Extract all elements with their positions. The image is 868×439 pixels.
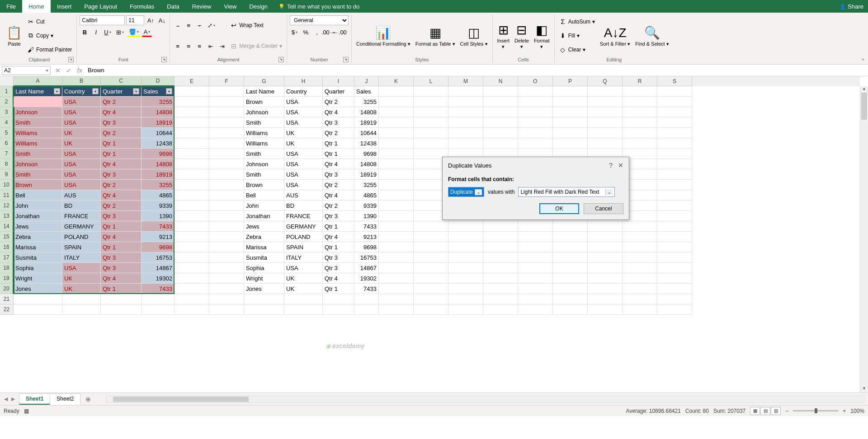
cell[interactable] (101, 304, 142, 315)
cell[interactable] (379, 273, 414, 284)
bold-icon[interactable]: B (80, 27, 90, 37)
cell[interactable] (657, 263, 692, 273)
cell[interactable] (483, 117, 518, 128)
sheet-nav-next-icon[interactable]: ▶ (10, 396, 16, 402)
wrap-text-button[interactable]: ↩Wrap Text (228, 21, 284, 30)
cell[interactable] (588, 294, 623, 304)
cell[interactable] (623, 86, 657, 97)
table-cell[interactable]: USA (62, 97, 101, 107)
col-header-F[interactable]: F (209, 76, 244, 86)
cell[interactable] (379, 128, 414, 138)
table-cell[interactable]: 18919 (354, 117, 379, 128)
table-cell[interactable]: Qtr 3 (101, 263, 142, 273)
tab-insert[interactable]: Insert (51, 0, 78, 13)
col-header-N[interactable]: N (483, 76, 518, 86)
cell[interactable] (209, 294, 244, 304)
format-cells-button[interactable]: ◧Format▾ (532, 15, 552, 56)
table-cell[interactable]: SPAIN (62, 242, 101, 252)
table-cell[interactable]: 9339 (142, 201, 175, 211)
increase-font-icon[interactable]: A↑ (146, 15, 156, 25)
row-header-20[interactable]: 20 (0, 284, 14, 294)
table-cell[interactable]: USA (284, 117, 323, 128)
cell[interactable] (175, 86, 209, 97)
table-cell[interactable]: 10644 (354, 128, 379, 138)
cell[interactable] (175, 294, 209, 304)
cell[interactable] (657, 221, 692, 232)
table-cell[interactable]: USA (284, 263, 323, 273)
cell[interactable] (518, 117, 553, 128)
scroll-down-icon[interactable]: ▼ (860, 386, 868, 392)
table-cell[interactable]: 7433 (142, 284, 175, 294)
cell[interactable] (414, 232, 448, 242)
cell[interactable] (657, 201, 692, 211)
cell[interactable] (448, 284, 483, 294)
table-cell[interactable]: Qtr 4 (323, 107, 354, 117)
orientation-icon[interactable]: ⤢ (206, 20, 217, 30)
table-cell[interactable]: 14867 (354, 263, 379, 273)
table-cell[interactable]: 18919 (354, 169, 379, 180)
cell[interactable] (101, 294, 142, 304)
cell[interactable] (657, 252, 692, 263)
table-cell[interactable]: 9213 (142, 232, 175, 242)
cell[interactable] (553, 252, 588, 263)
table-cell[interactable]: Qtr 2 (323, 201, 354, 211)
table-cell[interactable]: Qtr 4 (101, 273, 142, 284)
sort-filter-button[interactable]: A↓ZSort & Filter ▾ (598, 15, 632, 56)
cell[interactable] (657, 97, 692, 107)
cell[interactable] (553, 221, 588, 232)
fill-button[interactable]: ⬇Fill ▾ (557, 31, 597, 40)
table-cell[interactable]: 19302 (142, 273, 175, 284)
table-cell[interactable]: Smith (244, 117, 284, 128)
cell[interactable] (623, 242, 657, 252)
col-header-G[interactable]: G (244, 76, 284, 86)
cell[interactable] (657, 294, 692, 304)
table-cell[interactable]: 1390 (354, 211, 379, 221)
cell[interactable] (448, 252, 483, 263)
increase-decimal-icon[interactable]: .00→ (323, 27, 333, 37)
cell[interactable] (657, 190, 692, 201)
alignment-dialog-launcher[interactable]: ⬊ (278, 57, 284, 62)
cell[interactable] (448, 221, 483, 232)
cell[interactable] (379, 117, 414, 128)
table-cell[interactable]: Qtr 2 (323, 180, 354, 190)
table-cell[interactable]: Williams (244, 128, 284, 138)
table-cell[interactable]: USA (62, 117, 101, 128)
cell[interactable] (623, 304, 657, 315)
cell[interactable] (518, 232, 553, 242)
cell[interactable] (379, 252, 414, 263)
table-header[interactable]: Sales▾ (142, 86, 175, 97)
table-cell[interactable]: Susmita (14, 252, 62, 263)
cell[interactable] (588, 304, 623, 315)
cell[interactable] (518, 221, 553, 232)
cell[interactable] (209, 138, 244, 149)
table-cell[interactable]: Jonathan (14, 211, 62, 221)
cancel-formula-icon[interactable]: ✕ (52, 67, 63, 74)
font-name-select[interactable] (80, 15, 125, 25)
font-size-select[interactable] (126, 15, 144, 25)
cell[interactable] (379, 159, 414, 169)
cell[interactable] (209, 149, 244, 159)
cell[interactable] (483, 86, 518, 97)
table-cell[interactable]: Qtr 1 (323, 284, 354, 294)
table-cell[interactable]: UK (284, 138, 323, 149)
table-cell[interactable]: AUS (284, 190, 323, 201)
cell[interactable] (209, 304, 244, 315)
table-cell[interactable]: 16753 (142, 252, 175, 263)
cell[interactable] (623, 252, 657, 263)
cell[interactable] (657, 211, 692, 221)
table-cell[interactable]: 3255 (142, 180, 175, 190)
cell[interactable] (448, 117, 483, 128)
row-header-16[interactable]: 16 (0, 242, 14, 252)
row-header-9[interactable]: 9 (0, 169, 14, 180)
cell[interactable] (209, 263, 244, 273)
share-button[interactable]: Share (840, 3, 863, 10)
cell[interactable] (448, 128, 483, 138)
horizontal-scrollbar[interactable] (106, 396, 864, 403)
dialog-close-icon[interactable]: ✕ (618, 162, 623, 169)
table-cell[interactable]: Williams (244, 138, 284, 149)
table-cell[interactable]: UK (62, 128, 101, 138)
table-cell[interactable]: UK (62, 273, 101, 284)
view-page-layout-icon[interactable]: ▤ (760, 407, 770, 415)
cell[interactable] (175, 128, 209, 138)
macro-record-icon[interactable]: ▦ (24, 408, 29, 414)
